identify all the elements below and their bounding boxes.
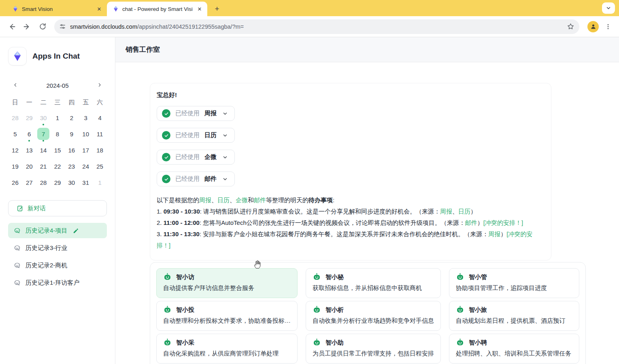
calendar-day[interactable]: 15 <box>51 142 65 158</box>
calendar-day[interactable]: 4 <box>93 110 107 126</box>
reload-button[interactable] <box>36 20 49 34</box>
calendar-day-header: 五 <box>79 95 93 110</box>
calendar-day[interactable]: 19 <box>8 158 22 174</box>
calendar-day[interactable]: 14 <box>36 142 51 158</box>
robot-icon <box>456 273 464 281</box>
calendar-day[interactable]: 30 <box>36 110 51 126</box>
history-item[interactable]: 历史记录3-行业 <box>8 240 107 256</box>
calendar-day[interactable]: 25 <box>93 158 107 174</box>
inline-link[interactable]: 日历 <box>217 197 230 203</box>
agent-card[interactable]: 智小采 自动化采购流程，从供应商管理到订单处理 <box>156 334 298 364</box>
site-settings-icon[interactable] <box>59 23 66 30</box>
calendar-day[interactable]: 13 <box>22 142 36 158</box>
tab-close-icon[interactable]: ✕ <box>196 5 203 13</box>
calendar-day[interactable]: 1 <box>51 110 65 126</box>
used-tool-pill[interactable]: 已经使用 邮件 <box>157 171 235 186</box>
calendar-day[interactable]: 29 <box>22 110 36 126</box>
inline-link[interactable]: 企微 <box>236 197 248 203</box>
back-button[interactable] <box>5 20 19 34</box>
calendar-day[interactable]: 24 <box>79 158 93 174</box>
history-item-label: 历史记录3-行业 <box>26 244 67 252</box>
calendar-day[interactable]: 17 <box>79 142 93 158</box>
calendar-day[interactable]: 21 <box>36 158 51 174</box>
calendar-day[interactable]: 6 <box>22 126 36 142</box>
inline-link[interactable]: 邮件 <box>254 197 266 203</box>
chevron-down-icon[interactable] <box>222 133 228 138</box>
bookmark-star-icon[interactable] <box>567 23 574 30</box>
text-segment: : <box>333 197 334 203</box>
calendar-day[interactable]: 11 <box>93 126 107 142</box>
calendar-day[interactable]: 28 <box>8 110 22 126</box>
browser-menu-icon[interactable] <box>602 21 614 33</box>
tab-search-chevron-button[interactable] <box>602 2 615 14</box>
agent-description: 自动提供客户拜访信息并整合服务 <box>163 284 291 292</box>
inline-link[interactable]: [冲突的安排！] <box>483 219 523 226</box>
tab-close-icon[interactable]: ✕ <box>96 5 103 13</box>
calendar-day[interactable]: 31 <box>79 174 93 190</box>
page-title: 销售工作室 <box>126 45 160 54</box>
calendar-day[interactable]: 8 <box>51 126 65 142</box>
calendar-day[interactable]: 22 <box>51 158 65 174</box>
calendar-day[interactable]: 27 <box>22 174 36 190</box>
agent-name: 智小析 <box>325 306 344 314</box>
calendar-day-number: 23 <box>66 160 78 172</box>
calendar-day[interactable]: 2 <box>64 110 79 126</box>
calendar-day[interactable]: 16 <box>64 142 79 158</box>
used-tool-pill[interactable]: 已经使用 企微 <box>157 150 235 165</box>
inline-link[interactable]: 周报 <box>488 231 500 237</box>
calendar-day[interactable]: 29 <box>51 174 65 190</box>
chevron-down-icon[interactable] <box>222 176 228 182</box>
agent-card[interactable]: 智小投 自动整理和分析投标文件要求，协助准备投标… <box>156 301 298 331</box>
inline-link[interactable]: 邮件 <box>465 219 477 226</box>
calendar-day[interactable]: 7 <box>36 126 51 142</box>
calendar-day[interactable]: 1 <box>93 174 107 190</box>
calendar-day[interactable]: 5 <box>8 126 22 142</box>
text-segment: 09:30 - 10:30 <box>164 208 200 215</box>
inline-link[interactable]: 周报 <box>440 208 452 215</box>
calendar-day[interactable]: 3 <box>79 110 93 126</box>
calendar-day[interactable]: 30 <box>64 174 79 190</box>
url-bar[interactable]: smartvision.dcclouds.com/appsinchat/2404… <box>54 19 579 34</box>
calendar-day[interactable]: 23 <box>64 158 79 174</box>
agent-name: 智小助 <box>325 339 344 347</box>
inline-link[interactable]: 周报 <box>199 197 211 203</box>
text-segment: 和 <box>248 197 254 203</box>
agent-card[interactable]: 智小助 为员工提供日常工作管理支持，包括日程安排 <box>306 334 441 364</box>
calendar-day[interactable]: 12 <box>8 142 22 158</box>
calendar-day-number: 4 <box>94 112 106 124</box>
forward-button[interactable] <box>20 20 34 34</box>
agent-card[interactable]: 智小聘 处理招聘、入职、培训和员工关系管理任务 <box>449 334 579 364</box>
tab-smart-vision[interactable]: Smart Vision ✕ <box>6 2 107 16</box>
chevron-down-icon[interactable] <box>222 154 228 160</box>
agent-card[interactable]: 智小管 协助项目管理工作，追踪项目进度 <box>449 268 579 298</box>
calendar-day[interactable]: 20 <box>22 158 36 174</box>
history-item[interactable]: 历史记录2-商机 <box>8 258 107 273</box>
app-title: Apps In Chat <box>32 52 80 61</box>
new-tab-button[interactable]: + <box>211 3 223 15</box>
agent-card[interactable]: 智小旅 自动规划出差日程，提供机票、酒店预订 <box>449 301 579 331</box>
calendar-day-number: 31 <box>80 176 92 188</box>
history-item[interactable]: 历史记录1-拜访客户 <box>8 275 107 290</box>
chevron-down-icon[interactable] <box>222 111 228 116</box>
calendar-day[interactable]: 10 <box>79 126 93 142</box>
tab-title: chat - Powered by Smart Visi <box>122 6 193 12</box>
calendar-day[interactable]: 28 <box>36 174 51 190</box>
inline-link[interactable]: 日历 <box>458 208 470 215</box>
profile-avatar[interactable] <box>587 21 599 32</box>
new-chat-button[interactable]: 新对话 <box>8 200 107 216</box>
tab-chat-active[interactable]: chat - Powered by Smart Visi ✕ <box>107 2 207 16</box>
history-item[interactable]: 历史记录4-项目 <box>8 223 107 238</box>
used-tool-pill[interactable]: 已经使用 日历 <box>157 128 235 143</box>
tab-favicon-icon <box>113 6 119 12</box>
calendar-prev-icon[interactable] <box>11 81 20 90</box>
used-tool-pill[interactable]: 已经使用 周报 <box>157 106 235 121</box>
calendar-day[interactable]: 9 <box>64 126 79 142</box>
agent-card[interactable]: 智小秘 获取招标信息，并从招标信息中获取商机 <box>306 268 441 298</box>
calendar-day[interactable]: 26 <box>8 174 22 190</box>
agent-card[interactable]: 智小访 自动提供客户拜访信息并整合服务 <box>156 268 298 298</box>
agent-card[interactable]: 智小析 自动收集并分析行业市场趋势和竞争对手信息 <box>306 301 441 331</box>
check-circle-icon <box>162 175 170 183</box>
calendar-day[interactable]: 18 <box>93 142 107 158</box>
edit-icon[interactable] <box>73 228 79 234</box>
calendar-next-icon[interactable] <box>95 81 104 90</box>
